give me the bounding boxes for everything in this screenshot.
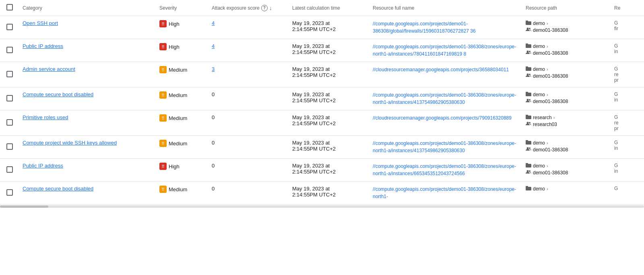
severity-label: Medium — [169, 92, 187, 98]
people-name: research03 — [533, 122, 557, 127]
svg-rect-9 — [526, 66, 528, 68]
row-checkbox[interactable] — [6, 95, 13, 101]
row-severity: !!Medium — [156, 136, 208, 159]
severity-icon: !! — [159, 66, 167, 73]
row-attack-score: 4 — [208, 16, 289, 39]
folder-name: demo — [533, 43, 545, 49]
row-severity: !!High — [156, 39, 208, 62]
row-resource-fullname: //compute.googleapis.com/projects/demo01… — [369, 136, 522, 159]
horizontal-scrollbar-thumb[interactable] — [0, 205, 48, 208]
resource-fullname-link[interactable]: //compute.googleapis.com/projects/demo01… — [373, 141, 516, 153]
findings-table: Category Severity Attack exposure score … — [0, 0, 644, 205]
row-checkbox[interactable] — [6, 47, 13, 53]
severity-icon: !! — [159, 163, 167, 170]
attack-help-icon[interactable]: ? — [261, 5, 268, 11]
row-attack-score: 0 — [208, 159, 289, 182]
folder-icon — [526, 20, 531, 26]
svg-point-3 — [529, 28, 530, 29]
svg-rect-25 — [526, 163, 528, 164]
row-checkbox[interactable] — [6, 166, 13, 173]
row-checkbox-cell — [0, 159, 19, 182]
category-link[interactable]: Primitive roles used — [23, 114, 68, 120]
severity-icon: !! — [159, 91, 167, 99]
attack-score-link[interactable]: 4 — [212, 20, 215, 26]
people-name: demo01-386308 — [533, 73, 568, 79]
svg-point-27 — [529, 170, 530, 172]
svg-rect-21 — [526, 140, 528, 141]
people-icon — [526, 98, 531, 104]
row-checkbox[interactable] — [6, 71, 13, 77]
header-fullname: Resource full name — [369, 0, 522, 16]
header-select-all[interactable] — [0, 0, 19, 16]
severity-label: High — [169, 44, 180, 50]
svg-point-23 — [529, 147, 530, 149]
severity-icon: !! — [159, 140, 167, 147]
row-category: Compute secure boot disabled — [19, 182, 156, 205]
row-time: May 19, 2023 at2:14:55PM UTC+2 — [289, 16, 369, 39]
row-checkbox[interactable] — [6, 24, 13, 30]
row-checkbox-cell — [0, 182, 19, 205]
folder-name: demo — [533, 21, 545, 26]
resource-fullname-link[interactable]: //cloudresourcemanager.googleapis.com/pr… — [373, 115, 512, 121]
folder-name: demo — [533, 163, 545, 169]
row-attack-score: 0 — [208, 110, 289, 136]
row-checkbox[interactable] — [6, 119, 13, 126]
resource-fullname-link[interactable]: //compute.googleapis.com/projects/demo01… — [373, 186, 516, 199]
svg-rect-24 — [526, 164, 531, 167]
row-resource-fullname: //compute.googleapis.com/projects/demo01… — [369, 159, 522, 182]
svg-point-14 — [527, 99, 529, 101]
category-link[interactable]: Admin service account — [23, 66, 75, 72]
severity-icon: !! — [159, 43, 167, 50]
row-resource-path: demo› — [522, 182, 611, 205]
folder-icon — [526, 66, 531, 72]
attack-score-link[interactable]: 3 — [212, 66, 215, 72]
table-row: Public IP address!!High4May 19, 2023 at2… — [0, 39, 644, 62]
severity-label: Medium — [169, 67, 187, 73]
resource-fullname-link[interactable]: //compute.googleapis.com/projects/demo01… — [373, 21, 476, 34]
row-severity: !!Medium — [156, 62, 208, 87]
resource-fullname-link[interactable]: //compute.googleapis.com/projects/demo01… — [373, 92, 516, 105]
people-icon — [526, 27, 531, 33]
row-checkbox[interactable] — [6, 143, 13, 150]
row-checkbox[interactable] — [6, 189, 13, 196]
svg-rect-8 — [526, 67, 531, 71]
path-chevron: › — [553, 115, 555, 120]
resource-fullname-link[interactable]: //compute.googleapis.com/projects/demo01… — [373, 163, 516, 176]
attack-score-link[interactable]: 4 — [212, 43, 215, 49]
svg-point-15 — [529, 99, 530, 101]
header-re: Re — [611, 0, 644, 16]
category-link[interactable]: Open SSH port — [23, 20, 58, 26]
severity-label: Medium — [169, 186, 187, 192]
row-resource-path: demo› demo01-386308 — [522, 136, 611, 159]
row-attack-score: 0 — [208, 182, 289, 205]
row-checkbox-cell — [0, 136, 19, 159]
category-link[interactable]: Compute project wide SSH keys allowed — [23, 140, 117, 146]
category-link[interactable]: Public IP address — [23, 163, 63, 169]
category-link[interactable]: Compute secure boot disabled — [23, 186, 93, 192]
svg-rect-4 — [526, 44, 531, 48]
svg-rect-12 — [526, 93, 531, 96]
header-attack: Attack exposure score ? ↓ — [208, 0, 289, 16]
row-category: Open SSH port — [19, 16, 156, 39]
svg-rect-28 — [526, 187, 531, 190]
category-link[interactable]: Compute secure boot disabled — [23, 91, 93, 97]
table-row: Compute secure boot disabled!!Medium0May… — [0, 182, 644, 205]
resource-fullname-link[interactable]: //compute.googleapis.com/projects/demo01… — [373, 44, 516, 57]
svg-rect-0 — [526, 21, 531, 25]
people-icon — [526, 170, 531, 176]
people-icon — [526, 121, 531, 127]
row-re: Grepr — [611, 62, 644, 87]
resource-fullname-link[interactable]: //cloudresourcemanager.googleapis.com/pr… — [373, 67, 509, 72]
row-resource-fullname: //compute.googleapis.com/projects/demo01… — [369, 39, 522, 62]
attack-sort-icon[interactable]: ↓ — [269, 5, 272, 11]
table-header-row: Category Severity Attack exposure score … — [0, 0, 644, 16]
row-checkbox-cell — [0, 87, 19, 110]
horizontal-scrollbar-track[interactable] — [0, 205, 644, 208]
row-checkbox-cell — [0, 110, 19, 136]
row-time: May 19, 2023 at2:14:55PM UTC+2 — [289, 159, 369, 182]
category-link[interactable]: Public IP address — [23, 43, 63, 49]
select-all-checkbox[interactable] — [6, 4, 13, 10]
folder-name: demo — [533, 66, 545, 72]
row-category: Primitive roles used — [19, 110, 156, 136]
row-time: May 19, 2023 at2:14:55PM UTC+2 — [289, 110, 369, 136]
